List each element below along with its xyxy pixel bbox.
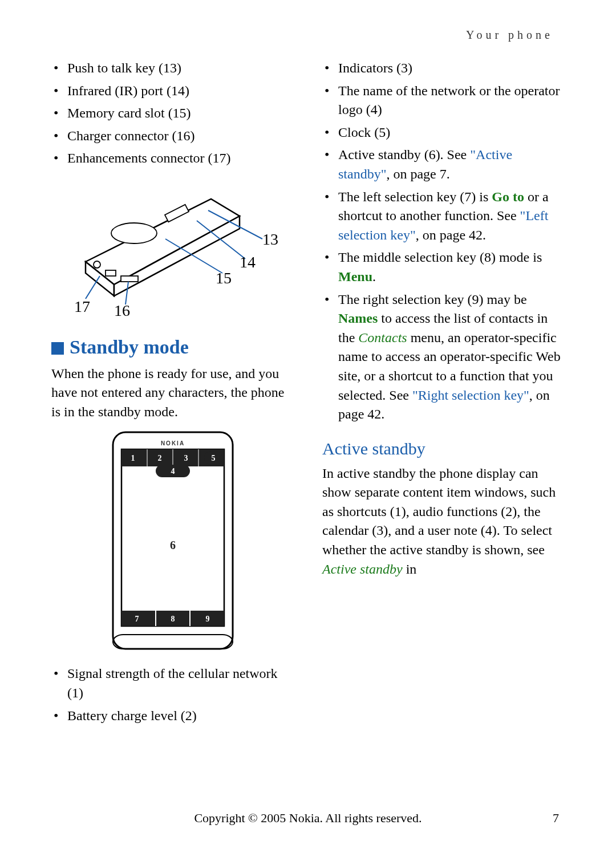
- standby-intro-paragraph: When the phone is ready for use, and you…: [51, 364, 294, 422]
- phone-brand-label: NOKIA: [160, 440, 184, 446]
- text-run: The left selection key (7) is: [338, 189, 492, 204]
- text-run: The right selection key (9) may be: [338, 292, 527, 307]
- list-item: The left selection key (7) is Go to or a…: [322, 188, 565, 245]
- page-container: Your phone Push to talk key (13) Infrare…: [0, 0, 616, 853]
- text-run: , on page 42.: [416, 228, 486, 242]
- screen-callout-1: 1: [131, 454, 135, 462]
- svg-point-3: [111, 223, 157, 243]
- phone-front-illustration: NOKIA: [102, 429, 244, 657]
- emphasis-contacts: Contacts: [358, 330, 407, 345]
- running-header: Your phone: [51, 29, 565, 42]
- text-run: , on page 7.: [386, 166, 449, 181]
- callout-14: 14: [240, 253, 256, 271]
- text-run: Active standby (6). See: [338, 147, 470, 162]
- right-column: Indicators (3) The name of the network o…: [322, 59, 565, 729]
- list-item: Charger connector (16): [51, 127, 294, 146]
- screen-callout-8: 8: [171, 615, 175, 623]
- screen-callout-7: 7: [135, 615, 139, 623]
- active-standby-paragraph: In active standby the phone display can …: [322, 464, 565, 579]
- emphasis-goto: Go to: [492, 189, 524, 204]
- emphasis-menu: Menu: [338, 269, 372, 284]
- list-item: Push to talk key (13): [51, 59, 294, 78]
- phone-side-figure: 13 14 15 16 17: [51, 176, 294, 319]
- callout-15: 15: [216, 269, 232, 287]
- list-item: The name of the network or the operator …: [322, 82, 565, 120]
- screen-callout-2: 2: [157, 454, 161, 462]
- list-item: Clock (5): [322, 123, 565, 143]
- list-item: Indicators (3): [322, 59, 565, 78]
- list-item: The right selection key (9) may be Names…: [322, 290, 565, 424]
- screen-callout-5: 5: [211, 454, 215, 462]
- screen-items-list-right: Indicators (3) The name of the network o…: [322, 59, 565, 424]
- callout-16: 16: [114, 302, 130, 319]
- svg-rect-5: [106, 270, 116, 276]
- standby-mode-heading: Standby mode: [70, 334, 189, 361]
- text-run: In active standby the phone display can …: [322, 466, 556, 557]
- text-run: .: [372, 269, 376, 284]
- list-item: The middle selection key (8) mode is Men…: [322, 248, 565, 286]
- page-footer: Copyright © 2005 Nokia. All rights reser…: [0, 811, 616, 826]
- list-item: Signal strength of the cellular network …: [51, 664, 294, 702]
- svg-point-7: [94, 261, 100, 268]
- text-run: in: [403, 562, 417, 576]
- list-item: Memory card slot (15): [51, 104, 294, 123]
- phone-side-illustration: 13 14 15 16 17: [51, 176, 285, 319]
- two-column-layout: Push to talk key (13) Infrared (IR) port…: [51, 59, 565, 729]
- page-number: 7: [553, 811, 559, 826]
- screen-callout-6: 6: [170, 539, 176, 551]
- screen-callout-3: 3: [184, 454, 188, 462]
- callout-13: 13: [262, 230, 278, 248]
- standby-mode-heading-row: Standby mode: [51, 334, 294, 361]
- phone-front-figure: NOKIA: [102, 429, 244, 657]
- svg-rect-6: [121, 276, 138, 282]
- section-square-icon: [51, 342, 64, 355]
- list-item: Battery charge level (2): [51, 706, 294, 726]
- screen-callout-4: 4: [171, 467, 175, 476]
- screen-items-list-left: Signal strength of the cellular network …: [51, 664, 294, 725]
- callout-17: 17: [74, 298, 90, 315]
- screen-callout-9: 9: [205, 615, 209, 623]
- list-item: Enhancements connector (17): [51, 149, 294, 168]
- emphasis-active-standby: Active standby: [322, 562, 403, 576]
- list-item: Active standby (6). See "Active standby"…: [322, 145, 565, 184]
- link-right-selection-key[interactable]: "Right selection key": [412, 388, 529, 403]
- parts-list-top: Push to talk key (13) Infrared (IR) port…: [51, 59, 294, 168]
- text-run: The middle selection key (8) mode is: [338, 250, 542, 265]
- active-standby-heading: Active standby: [322, 437, 565, 461]
- list-item: Infrared (IR) port (14): [51, 82, 294, 101]
- left-column: Push to talk key (13) Infrared (IR) port…: [51, 59, 294, 729]
- emphasis-names: Names: [338, 311, 378, 326]
